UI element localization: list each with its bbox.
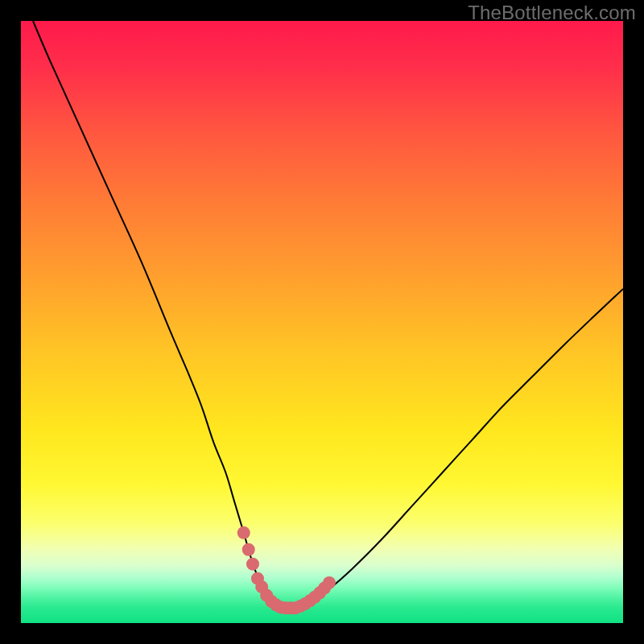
marker-dot	[242, 543, 255, 556]
watermark-text: TheBottleneck.com	[468, 2, 636, 24]
marker-dot	[237, 526, 250, 539]
gradient-background	[21, 21, 623, 623]
marker-dot	[323, 576, 336, 589]
plot-area	[21, 21, 623, 623]
chart-frame: TheBottleneck.com	[0, 0, 644, 644]
marker-dot	[246, 558, 259, 571]
chart-svg	[21, 21, 623, 623]
